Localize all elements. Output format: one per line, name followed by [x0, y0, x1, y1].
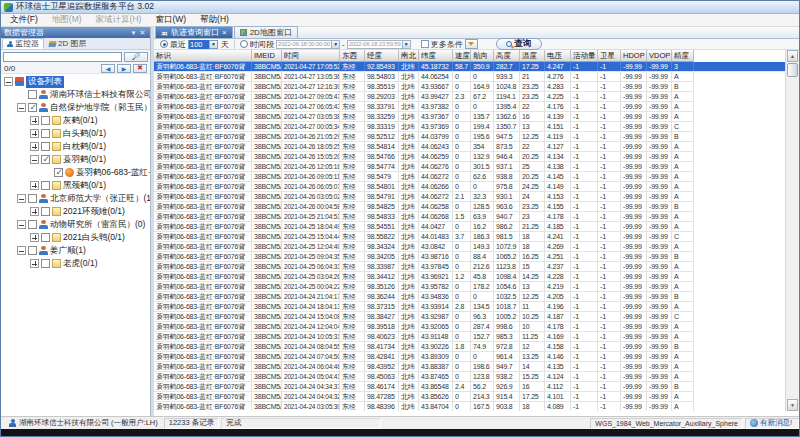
tree-checkbox[interactable] — [28, 90, 37, 99]
table-row[interactable]: 蓑羽鹤06-683-蓝红·BF6076背38BCM5A22021-04-26 0… — [154, 192, 694, 202]
table-row[interactable]: 蓑羽鹤06-683-蓝红·BF6076背38BCM5A22021-04-25 0… — [154, 252, 694, 262]
range-radio[interactable] — [240, 40, 248, 48]
table-row[interactable]: 蓑羽鹤06-683-蓝红·BF6076背38BCM5A22021-04-26 2… — [154, 132, 694, 142]
tree-checkbox[interactable] — [41, 207, 50, 216]
next-button[interactable]: ▶ — [117, 64, 131, 73]
table-row[interactable]: 蓑羽鹤06-683-蓝红·BF6076背38BCM5A22021-04-26 0… — [154, 202, 694, 212]
range-end-input[interactable]: 2022-06-18 23:59:59 ▼ — [347, 40, 411, 49]
header-cell[interactable]: 东西 — [340, 50, 365, 61]
header-cell[interactable]: 高度 — [494, 50, 520, 61]
query-button[interactable]: 查询 — [496, 38, 542, 50]
tab-2d-map[interactable]: 2D地图窗口 — [234, 26, 298, 38]
header-cell[interactable]: IMEID — [252, 50, 282, 61]
header-cell[interactable]: 速度 — [453, 50, 471, 61]
panel-close-icon[interactable]: ✕ — [138, 28, 147, 37]
expander-icon[interactable] — [4, 77, 13, 86]
header-cell[interactable]: 航向 — [471, 50, 494, 61]
clear-button[interactable]: ✖ — [133, 64, 147, 73]
tree-item[interactable]: 蓑羽鹤(0/1) — [1, 153, 150, 166]
tree-item[interactable]: 2021白头鹎(0/1) — [1, 231, 150, 244]
recent-radio[interactable] — [160, 40, 168, 48]
filter-button[interactable] — [465, 39, 478, 49]
table-row[interactable]: 蓑羽鹤06-683-蓝红·BF6076背38BCM5A22021-04-27 1… — [154, 82, 694, 92]
tree-checkbox[interactable] — [41, 233, 50, 242]
table-row[interactable]: 蓑羽鹤06-683-蓝红·BF6076背38BCM5A22021-04-25 1… — [154, 232, 694, 242]
header-cell[interactable]: 南北 — [399, 50, 419, 61]
tree-item[interactable]: 2021环颈雉(0/1) — [1, 205, 150, 218]
table-row[interactable]: 蓑羽鹤06-683-蓝红·BF6076背38BCM5A22021-04-26 1… — [154, 142, 694, 152]
table-row[interactable]: 蓑羽鹤06-683-蓝红·BF6076背38BCM5A22021-04-24 0… — [154, 352, 694, 362]
header-cell[interactable]: 标识 — [154, 50, 252, 61]
table-row[interactable]: 蓑羽鹤06-683-蓝红·BF6076背38BCM5A22021-04-24 0… — [154, 382, 694, 392]
table-row[interactable]: 蓑羽鹤06-683-蓝红·BF6076背38BCM5A22021-04-27 1… — [154, 72, 694, 82]
scroll-thumb[interactable] — [787, 63, 798, 77]
tree-item[interactable]: 姜广顺(1) — [1, 244, 150, 257]
scroll-down-icon[interactable]: ▼ — [787, 399, 798, 411]
header-cell[interactable]: 时间 — [282, 50, 340, 61]
table-row[interactable]: 蓑羽鹤06-683-蓝红·BF6076背38BCM5A22021-04-25 2… — [154, 212, 694, 222]
table-row[interactable]: 蓑羽鹤06-683-蓝红·BF6076背38BCM5A22021-04-24 0… — [154, 372, 694, 382]
table-row[interactable]: 蓑羽鹤06-683-蓝红·BF6076背38BCM5A22021-04-26 0… — [154, 172, 694, 182]
tree-item[interactable]: 白头鹤(0/1) — [1, 127, 150, 140]
tree-checkbox[interactable] — [41, 181, 50, 190]
expander-icon[interactable] — [30, 155, 39, 164]
recent-combo[interactable]: 100 ▼ — [188, 40, 218, 49]
header-cell[interactable]: 纬度 — [419, 50, 453, 61]
tab-close-icon[interactable]: × — [222, 29, 227, 37]
expander-icon[interactable] — [30, 142, 39, 151]
tree-item[interactable]: 黑颈鹤(0/1) — [1, 179, 150, 192]
table-scrollbar[interactable]: ▲ ▼ — [785, 50, 799, 411]
pin-icon[interactable]: ▾ — [129, 28, 138, 37]
tree-checkbox[interactable] — [41, 142, 50, 151]
calendar-arrow-icon[interactable]: ▼ — [331, 41, 339, 48]
tree-item[interactable]: 老虎(0/1) — [1, 257, 150, 270]
table-row[interactable]: 蓑羽鹤06-683-蓝红·BF6076背38BCM5A22021-04-25 0… — [154, 262, 694, 272]
tree-checkbox[interactable] — [41, 259, 50, 268]
tree-checkbox[interactable] — [28, 103, 37, 112]
tab-track-query[interactable]: 轨迹查询窗口× — [155, 26, 233, 38]
header-cell[interactable]: 卫星 — [598, 50, 621, 61]
tree-checkbox[interactable] — [41, 129, 50, 138]
expander-icon[interactable] — [17, 103, 26, 112]
prev-button[interactable]: ◀ — [101, 64, 115, 73]
chevron-down-icon[interactable]: ▼ — [209, 41, 217, 48]
table-row[interactable]: 蓑羽鹤06-683-蓝红·BF6076背38BCM5A22021-04-24 0… — [154, 342, 694, 352]
tree-item[interactable]: 蓑羽鹤06-683-蓝红·BF6076背 — [1, 166, 150, 179]
expander-icon[interactable] — [30, 116, 39, 125]
table-row[interactable]: 蓑羽鹤06-683-蓝红·BF6076背38BCM5A22021-04-24 1… — [154, 302, 694, 312]
table-row[interactable]: 蓑羽鹤06-683-蓝红·BF6076背38BCM5A22021-04-24 1… — [154, 332, 694, 342]
tree-checkbox[interactable] — [28, 246, 37, 255]
tree-item[interactable]: 白枕鹤(0/1) — [1, 140, 150, 153]
table-row[interactable]: 蓑羽鹤06-683-蓝红·BF6076背38BCM5A22021-04-27 0… — [154, 122, 694, 132]
menu-item[interactable]: 家域计算(H) — [89, 14, 149, 26]
table-row[interactable]: 蓑羽鹤06-683-蓝红·BF6076背38BCM5A22021-04-24 1… — [154, 322, 694, 332]
expander-icon[interactable] — [17, 194, 26, 203]
calendar-arrow-icon[interactable]: ▼ — [402, 41, 410, 48]
menu-item[interactable]: 地图(M) — [45, 14, 89, 26]
scroll-up-icon[interactable]: ▲ — [787, 50, 798, 62]
table-row[interactable]: 蓑羽鹤06-683-蓝红·BF6076背38BCM5A22021-04-27 1… — [154, 62, 785, 72]
expander-icon[interactable] — [17, 220, 26, 229]
header-cell[interactable]: 经度 — [365, 50, 399, 61]
expander-icon[interactable] — [30, 207, 39, 216]
panel-tab-2d-layers[interactable]: 2D 图层 — [44, 38, 91, 49]
header-cell[interactable]: 活动量 — [571, 50, 598, 61]
table-row[interactable]: 蓑羽鹤06-683-蓝红·BF6076背38BCM5A22021-04-26 1… — [154, 152, 694, 162]
table-row[interactable]: 蓑羽鹤06-683-蓝红·BF6076背38BCM5A22021-04-26 0… — [154, 182, 694, 192]
tree-item[interactable]: 设备列表 — [1, 75, 150, 88]
table-row[interactable]: 蓑羽鹤06-683-蓝红·BF6076背38BCM5A22021-04-24 0… — [154, 402, 694, 411]
table-row[interactable]: 蓑羽鹤06-683-蓝红·BF6076背38BCM5A22021-04-25 0… — [154, 272, 694, 282]
tree-checkbox[interactable] — [41, 155, 50, 164]
table-row[interactable]: 蓑羽鹤06-683-蓝红·BF6076背38BCM5A22021-04-27 0… — [154, 102, 694, 112]
more-conditions-checkbox[interactable] — [421, 40, 429, 48]
expander-icon[interactable] — [17, 246, 26, 255]
expander-icon[interactable] — [30, 259, 39, 268]
panel-tab-monitor[interactable]: 监控器 — [2, 38, 44, 49]
header-cell[interactable]: 电压 — [545, 50, 571, 61]
menu-item[interactable]: 窗口(W) — [148, 14, 193, 26]
header-cell[interactable]: 温度 — [520, 50, 545, 61]
status-message-cell[interactable]: 有新消息! — [745, 418, 799, 429]
menu-item[interactable]: 帮助(H) — [193, 14, 236, 26]
tree-item[interactable]: 北京师范大学（张正旺）(1) — [1, 192, 150, 205]
tree-checkbox[interactable] — [41, 116, 50, 125]
